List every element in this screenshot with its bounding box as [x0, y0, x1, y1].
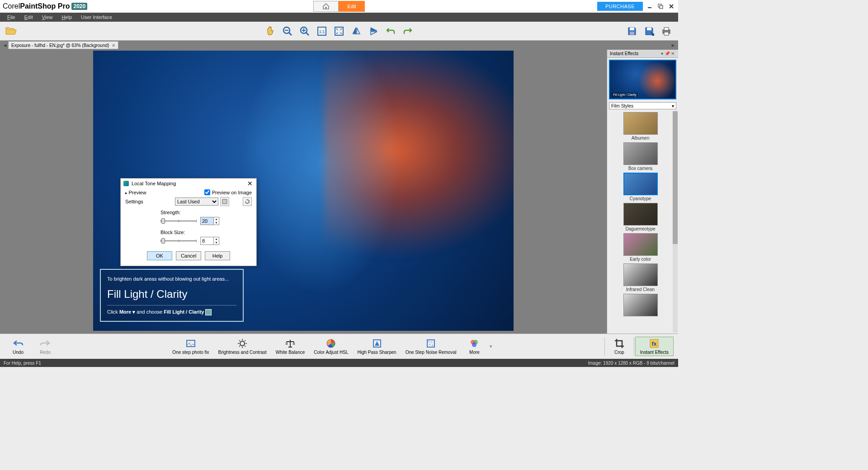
instant-effects-button[interactable]: fxInstant Effects [635, 337, 674, 356]
help-button[interactable]: Help [205, 251, 230, 260]
cancel-button[interactable]: Cancel [176, 251, 201, 260]
preview-toggle[interactable]: Preview [125, 190, 146, 195]
floppy-icon [222, 199, 227, 204]
zoom-actual-icon: 1:1 [316, 26, 327, 37]
crop-icon [614, 338, 625, 349]
effects-scrollbar[interactable] [673, 111, 678, 333]
tab-home[interactable] [313, 1, 339, 12]
menu-view[interactable]: View [38, 14, 57, 21]
effect-albumen[interactable]: Albumen [609, 112, 672, 141]
effect-cyanotype[interactable]: Cyanotype [609, 173, 672, 201]
brightness-contrast-button[interactable]: Brightness and Contrast [214, 337, 271, 356]
strength-spinner-arrows[interactable]: ▲▼ [213, 217, 219, 225]
svg-rect-12 [335, 27, 343, 35]
block-size-spinner[interactable]: ▲▼ [200, 237, 219, 245]
tab-prev-icon[interactable]: ◄ [2, 42, 8, 48]
redo-tool[interactable] [401, 24, 415, 38]
panel-pin-icon[interactable]: 📌 [665, 51, 670, 56]
menu-user-interface[interactable]: User Interface [76, 14, 117, 21]
dialog-titlebar[interactable]: Local Tone Mapping ✕ [121, 179, 256, 188]
effect-early-color[interactable]: Early color [609, 233, 672, 262]
flip-horizontal-tool[interactable] [349, 24, 363, 38]
save-as-button[interactable] [642, 24, 656, 38]
ok-button[interactable]: OK [147, 251, 172, 260]
tab-next-icon[interactable]: ► [670, 42, 676, 48]
one-step-photo-fix-button[interactable]: One step photo fix [168, 337, 213, 356]
fx-icon: fx [649, 338, 660, 349]
svg-point-40 [432, 345, 433, 346]
year-badge: 2020 [71, 3, 87, 10]
panel-menu-icon[interactable]: ▾ [659, 51, 665, 56]
tip-overlay: To brighten dark areas without blowing o… [100, 269, 244, 322]
open-button[interactable] [5, 26, 17, 37]
zoom-fit-icon [334, 26, 344, 37]
save-preset-button[interactable] [220, 197, 229, 206]
strength-slider[interactable] [160, 218, 197, 224]
brand-pre: Corel [3, 2, 20, 10]
strength-input[interactable] [201, 217, 213, 225]
menu-edit[interactable]: Edit [20, 14, 38, 21]
noise-removal-button[interactable]: One Step Noise Removal [401, 337, 461, 356]
hand-icon [265, 26, 276, 37]
svg-text:fx: fx [652, 341, 657, 347]
preview-on-image-checkbox[interactable]: Preview on Image [204, 189, 252, 195]
menu-help[interactable]: Help [57, 14, 76, 21]
strength-spinner[interactable]: ▲▼ [200, 217, 219, 225]
zoom-fit-tool[interactable] [332, 24, 346, 38]
tab-edit[interactable]: Edit [339, 1, 365, 12]
high-pass-sharpen-button[interactable]: High Pass Sharpen [353, 337, 401, 356]
tip-subtitle: To brighten dark areas without blowing o… [107, 276, 236, 282]
workspace-tabs: Edit [313, 1, 365, 12]
document-tab[interactable]: Exposure - fullhd - EN.jpg* @ 63% (Backg… [8, 41, 118, 49]
panel-preview: Fill Light / Clarity [609, 60, 676, 99]
redo-icon [402, 26, 413, 37]
block-size-spinner-arrows[interactable]: ▲▼ [213, 237, 219, 244]
panel-close-icon[interactable]: ✕ [670, 51, 675, 56]
panel-title: Instant Effects [610, 51, 638, 56]
purchase-button[interactable]: PURCHASE [597, 2, 643, 11]
color-adjust-hsl-button[interactable]: Color Adjust HSL [309, 337, 353, 356]
redo-button[interactable]: Redo [32, 337, 59, 356]
zoom-in-tool[interactable] [297, 24, 312, 38]
zoom-100-tool[interactable]: 1:1 [315, 24, 329, 38]
reset-button[interactable] [243, 197, 252, 206]
more-button[interactable]: More [461, 337, 488, 356]
bottom-toolbar: Undo Redo One step photo fix Brightness … [0, 334, 678, 359]
effect-infrared-clean[interactable]: Infrared Clean [609, 263, 672, 292]
block-size-input[interactable] [201, 237, 213, 244]
close-icon[interactable] [667, 3, 675, 9]
panel-header[interactable]: Instant Effects ▾ 📌 ✕ [607, 50, 678, 58]
menubar: File Edit View Help User Interface [0, 13, 678, 22]
white-balance-button[interactable]: White Balance [271, 337, 309, 356]
svg-text:1:1: 1:1 [319, 29, 325, 34]
print-button[interactable] [659, 24, 674, 38]
crop-button[interactable]: Crop [606, 337, 633, 356]
maximize-icon[interactable] [656, 3, 665, 9]
flip-vertical-tool[interactable] [366, 24, 381, 38]
minimize-icon[interactable] [646, 3, 654, 9]
more-dropdown-icon[interactable]: ▾ [490, 343, 492, 349]
reset-icon [245, 199, 250, 204]
status-left: For Help, press F1 [4, 361, 41, 366]
statusbar: For Help, press F1 Image: 1920 x 1280 x … [0, 359, 678, 367]
document-tab-close-icon[interactable]: ✕ [112, 43, 115, 48]
undo-button[interactable]: Undo [5, 337, 32, 356]
zoom-out-tool[interactable] [280, 24, 295, 38]
effect-daguerreotype[interactable]: Daguerreotype [609, 203, 672, 231]
settings-preset-select[interactable]: Last Used [175, 197, 218, 206]
save-button[interactable] [625, 24, 639, 38]
redo-icon [40, 339, 51, 348]
block-size-slider[interactable] [160, 238, 197, 244]
svg-rect-18 [664, 32, 669, 35]
effect-more[interactable] [609, 294, 672, 316]
effect-box-camera[interactable]: Box camera [609, 142, 672, 171]
svg-rect-17 [664, 28, 669, 30]
svg-rect-14 [630, 32, 634, 35]
preview-on-image-input[interactable] [204, 189, 210, 195]
pan-tool[interactable] [263, 24, 278, 38]
menu-file[interactable]: File [3, 14, 20, 21]
undo-tool[interactable] [383, 24, 398, 38]
dialog-close-icon[interactable]: ✕ [246, 180, 254, 187]
strength-label: Strength: [160, 210, 251, 215]
dialog-app-icon [123, 181, 129, 186]
